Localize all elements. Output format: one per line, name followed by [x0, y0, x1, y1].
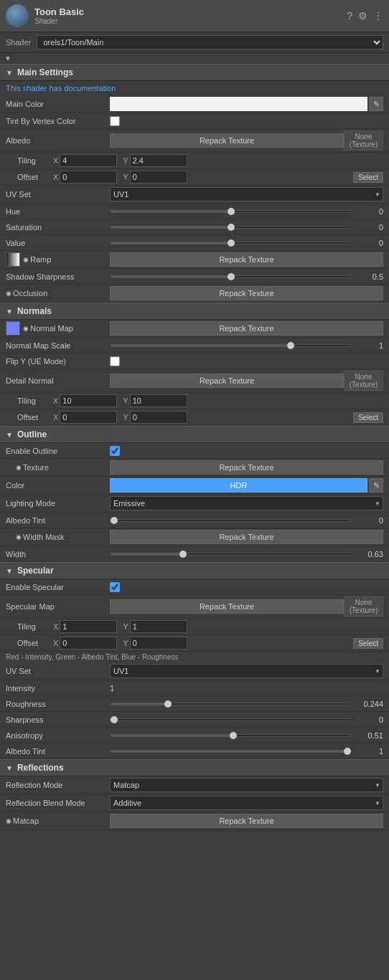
- normals-tiling-y-input[interactable]: [130, 394, 187, 407]
- collapse-arrow[interactable]: ▼: [0, 53, 389, 64]
- uvset-select[interactable]: UV1: [110, 187, 383, 201]
- shadow-slider-thumb[interactable]: [228, 273, 235, 280]
- occlusion-circle-icon: ◉: [6, 290, 11, 297]
- main-settings-title: Main Settings: [17, 67, 73, 77]
- specular-select-btn[interactable]: Select: [353, 638, 383, 649]
- normalscale-slider-track[interactable]: [110, 344, 352, 347]
- lighting-mode-select[interactable]: Emissive: [110, 496, 383, 510]
- shader-select[interactable]: orels1/Toon/Main: [37, 35, 383, 49]
- outline-width-value: 0.63: [355, 550, 383, 558]
- sharpness-slider-thumb[interactable]: [111, 716, 118, 723]
- normals-select-btn[interactable]: Select: [353, 412, 383, 423]
- flipy-checkbox[interactable]: [110, 356, 120, 366]
- shadow-slider-fill: [111, 276, 231, 277]
- hue-slider-track[interactable]: [110, 210, 352, 213]
- ramp-row: ◉ Ramp Repack Texture: [0, 251, 389, 269]
- widthmask-repack-btn[interactable]: Repack Texture: [110, 530, 383, 544]
- outline-albedo-tint-slider-thumb[interactable]: [111, 517, 118, 524]
- uvset-row: UV Set UV1: [0, 186, 389, 204]
- albedo-offset-y-input[interactable]: [130, 171, 187, 184]
- albedo-offset-x-input[interactable]: [60, 171, 117, 184]
- settings-icon[interactable]: ⚙: [358, 10, 367, 22]
- section-specular[interactable]: ▼ Specular: [0, 562, 389, 579]
- albedo-tiling-x-input[interactable]: [60, 154, 117, 167]
- specmap-repack-btn[interactable]: Repack Texture: [110, 599, 344, 614]
- roughness-slider-track[interactable]: [110, 703, 352, 705]
- detailnormal-repack-btn[interactable]: Repack Texture: [110, 374, 344, 388]
- more-icon[interactable]: ⋮: [373, 10, 383, 22]
- section-main-settings[interactable]: ▼ Main Settings: [0, 64, 389, 81]
- specular-tiling-x-input[interactable]: [60, 620, 117, 633]
- specular-albedo-tint-slider-thumb[interactable]: [344, 748, 351, 755]
- normalscale-slider-thumb[interactable]: [287, 342, 294, 349]
- ramp-repack-btn[interactable]: Repack Texture: [110, 252, 383, 267]
- saturation-slider-thumb[interactable]: [228, 224, 235, 231]
- specular-offset-x-input[interactable]: [60, 637, 117, 650]
- main-color-swatch[interactable]: [110, 97, 367, 111]
- main-color-label: Main Color: [6, 100, 110, 108]
- value-slider-track[interactable]: [110, 242, 352, 244]
- matcap-value: Repack Texture: [110, 814, 383, 828]
- specular-offset-y-input[interactable]: [130, 637, 187, 650]
- albedo-repack-btn[interactable]: Repack Texture: [110, 133, 344, 148]
- value-slider-thumb[interactable]: [228, 239, 235, 247]
- section-outline[interactable]: ▼ Outline: [0, 426, 389, 443]
- normals-tiling-x-input[interactable]: [60, 394, 117, 407]
- albedo-tiling-y-input[interactable]: [130, 154, 187, 167]
- tint-vertex-value: [110, 116, 383, 126]
- anisotropy-slider-track[interactable]: [110, 734, 352, 737]
- main-color-picker-icon[interactable]: ✎: [369, 97, 383, 111]
- roughness-slider-thumb[interactable]: [164, 700, 172, 708]
- reflection-blend-select[interactable]: Additive: [110, 796, 383, 810]
- albedo-select-btn[interactable]: Select: [353, 172, 383, 183]
- anisotropy-row: Anisotropy 0.51: [0, 728, 389, 743]
- section-normals[interactable]: ▼ Normals: [0, 303, 389, 320]
- header-icons: ? ⚙ ⋮: [347, 10, 383, 22]
- specular-albedo-tint-slider-fill: [111, 751, 351, 752]
- normals-offset-x-label: X: [53, 413, 58, 422]
- normals-arrow: ▼: [6, 308, 13, 315]
- help-icon[interactable]: ?: [347, 10, 352, 22]
- outline-albedo-tint-slider-track[interactable]: [110, 519, 352, 522]
- avatar: [6, 4, 29, 27]
- lighting-mode-row: Lighting Mode Emissive: [0, 495, 389, 513]
- reflection-mode-select[interactable]: Matcap: [110, 778, 383, 792]
- outline-width-slider-track[interactable]: [110, 553, 352, 556]
- ramp-label-text: Ramp: [30, 255, 51, 264]
- saturation-slider-track[interactable]: [110, 226, 352, 229]
- section-reflections[interactable]: ▼ Reflections: [0, 759, 389, 776]
- occlusion-repack-btn[interactable]: Repack Texture: [110, 286, 383, 300]
- outline-color-picker-icon[interactable]: ✎: [369, 478, 383, 493]
- outline-texture-repack-btn[interactable]: Repack Texture: [110, 460, 383, 475]
- outline-width-slider-thumb[interactable]: [179, 551, 187, 558]
- specular-tiling-y-input[interactable]: [130, 620, 187, 633]
- tint-vertex-checkbox[interactable]: [110, 116, 120, 126]
- doc-link[interactable]: This shader has documentation: [0, 81, 389, 95]
- value-slider-fill: [111, 242, 231, 244]
- enable-outline-row: Enable Outline: [0, 443, 389, 459]
- reflection-blend-row: Reflection Blend Mode Additive: [0, 794, 389, 812]
- albedo-tiling-y-label: Y: [123, 156, 128, 165]
- specular-uvset-select[interactable]: UV1: [110, 664, 383, 678]
- enable-outline-checkbox[interactable]: [110, 446, 120, 456]
- sharpness-row: Sharpness 0: [0, 712, 389, 728]
- normalmap-row: ◉ Normal Map Repack Texture: [0, 320, 389, 338]
- normals-offset-y-input[interactable]: [130, 411, 187, 424]
- saturation-label: Saturation: [6, 223, 110, 232]
- specular-albedo-tint-slider-track[interactable]: [110, 750, 352, 753]
- anisotropy-slider-fill: [111, 735, 233, 736]
- specmap-row: Specular Map Repack Texture None(Texture…: [0, 595, 389, 619]
- enable-specular-checkbox[interactable]: [110, 582, 120, 592]
- reflection-mode-label: Reflection Mode: [6, 781, 110, 789]
- shadow-slider-track[interactable]: [110, 275, 352, 278]
- matcap-repack-btn[interactable]: Repack Texture: [110, 814, 383, 828]
- albedo-tiling-row: Tiling X Y: [0, 153, 389, 169]
- outline-color-hdr-btn[interactable]: HDR: [110, 478, 367, 493]
- normals-offset-x-input[interactable]: [60, 411, 117, 424]
- normalmap-repack-btn[interactable]: Repack Texture: [110, 321, 383, 336]
- enable-outline-label: Enable Outline: [6, 447, 110, 455]
- sharpness-slider-track[interactable]: [110, 718, 352, 721]
- lighting-mode-label: Lighting Mode: [6, 499, 110, 508]
- hue-slider-thumb[interactable]: [228, 208, 235, 215]
- anisotropy-slider-thumb[interactable]: [230, 732, 237, 739]
